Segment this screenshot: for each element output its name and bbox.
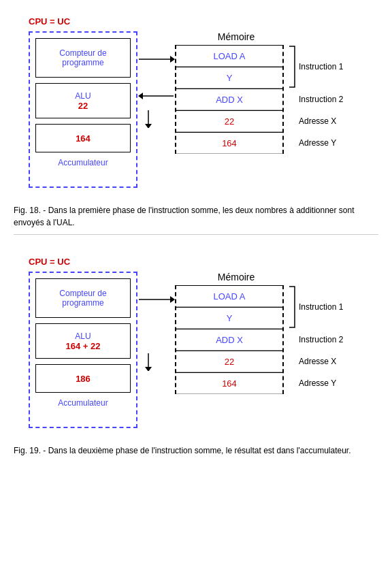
label-instruction2-2: Instruction 2 <box>288 329 343 351</box>
label-adresse-y-2: Adresse Y <box>288 372 343 394</box>
mem-row-2-1: ADD X <box>176 88 282 110</box>
accumulator-label-1: Accumulateur <box>35 158 131 167</box>
register-value-1: 164 <box>76 133 91 144</box>
diagram-fig19: CPU = UC Compteur de programme ALU 164 +… <box>0 240 392 435</box>
mem-row-1-1: Y <box>176 67 282 88</box>
mem-row-4-1: 164 <box>176 132 282 154</box>
register-box-1: 164 <box>35 124 131 152</box>
svg-marker-5 <box>145 124 152 128</box>
label-adresse-y-1: Adresse Y <box>288 132 343 154</box>
memory-rows-2: LOAD A Y ADD X 22 164 <box>175 285 284 394</box>
compteur-label-2: Compteur de programme <box>59 289 106 308</box>
mem-row-4-2: 164 <box>176 372 282 394</box>
arrow-down-1 <box>140 109 157 128</box>
cpu-box-1: Compteur de programme ALU 22 164 Accumul… <box>29 31 137 188</box>
memory-title-1: Mémoire <box>175 31 297 42</box>
svg-marker-3 <box>138 93 143 99</box>
accumulator-label-2: Accumulateur <box>35 398 131 408</box>
alu-label-2: ALU <box>75 331 91 341</box>
mem-row-2-2: ADD X <box>176 329 282 351</box>
label-instruction1-text: Instruction 1 <box>299 62 343 71</box>
mem-row-3-1: 22 <box>176 110 282 132</box>
label-instruction2-1: Instruction 2 <box>288 88 343 110</box>
label-adresse-x-text: Adresse X <box>299 116 336 126</box>
mem-row-0-1: LOAD A <box>176 45 282 67</box>
memory-title-2: Mémoire <box>175 272 297 282</box>
label-adresse-x-text-2: Adresse X <box>299 357 336 366</box>
label-adresse-x-1: Adresse X <box>288 110 343 132</box>
alu-box-1: ALU 22 <box>35 83 131 118</box>
arrow-to-memory-1 <box>137 49 175 69</box>
caption-fig18: Fig. 18. - Dans la première phase de l'i… <box>14 204 378 229</box>
arrow-down-2 <box>140 352 157 371</box>
compteur-box-2: Compteur de programme <box>35 278 131 318</box>
mem-row-1-2: Y <box>176 307 282 329</box>
memory-section-2: Mémoire LOAD A Y ADD X 22 164 <box>175 272 343 394</box>
svg-marker-7 <box>170 296 175 303</box>
bracket-svg-2 <box>288 285 297 329</box>
cpu-label-2: CPU = UC <box>29 257 70 267</box>
memory-rows-1: LOAD A Y ADD X 22 164 <box>175 45 284 154</box>
diagram-fig18: CPU = UC Compteur de programme ALU 22 <box>0 0 392 195</box>
bracket-svg-1 <box>288 45 297 88</box>
svg-marker-1 <box>170 56 175 63</box>
caption-fig19: Fig. 19. - Dans la deuxième phase de l'i… <box>14 444 378 457</box>
label-instruction2-text: Instruction 2 <box>299 95 343 104</box>
label-instruction1-1: Instruction 1 <box>288 45 343 88</box>
arrow-from-memory-1 <box>137 86 175 106</box>
memory-labels-1: Instruction 1 Instruction 2 Adresse X <box>288 45 343 154</box>
alu-box-2: ALU 164 + 22 <box>35 323 131 359</box>
memory-labels-2: Instruction 1 Instruction 2 Adresse X <box>288 285 343 394</box>
svg-marker-9 <box>145 367 152 371</box>
label-instruction2-text-2: Instruction 2 <box>299 335 343 344</box>
label-instruction1-text-2: Instruction 1 <box>299 302 343 312</box>
register-box-2: 186 <box>35 364 131 393</box>
label-adresse-y-text: Adresse Y <box>299 138 336 148</box>
mem-row-3-2: 22 <box>176 351 282 372</box>
cpu-label-1: CPU = UC <box>29 16 70 27</box>
compteur-label-1: Compteur de programme <box>59 48 106 67</box>
divider-1 <box>14 234 378 235</box>
alu-value-2: 164 + 22 <box>66 341 101 351</box>
alu-label-1: ALU <box>75 91 91 101</box>
cpu-box-2: Compteur de programme ALU 164 + 22 186 A… <box>29 272 137 428</box>
label-adresse-x-2: Adresse X <box>288 351 343 372</box>
memory-section-1: Mémoire LOAD A Y ADD X 22 164 <box>175 31 343 154</box>
compteur-box-1: Compteur de programme <box>35 38 131 78</box>
mem-row-0-2: LOAD A <box>176 285 282 307</box>
alu-value-1: 22 <box>78 101 88 111</box>
label-adresse-y-text-2: Adresse Y <box>299 378 336 388</box>
register-value-2: 186 <box>76 374 91 384</box>
label-instruction1-2: Instruction 1 <box>288 285 343 329</box>
arrow-to-memory-2 <box>137 289 175 310</box>
